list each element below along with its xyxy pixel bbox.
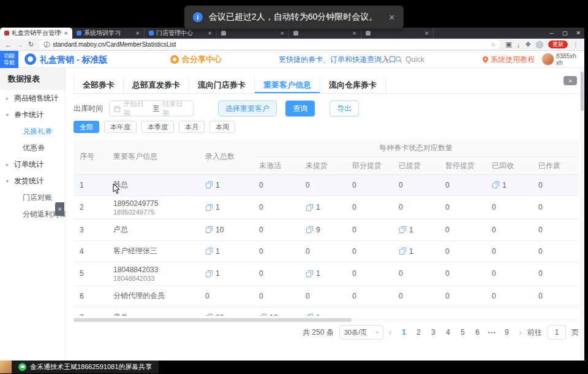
- table-row[interactable]: 5 1804884203318048842033 1 0100000: [74, 262, 579, 285]
- page-button[interactable]: 9: [500, 325, 513, 340]
- quick-filter-chip[interactable]: 全部: [74, 121, 99, 133]
- browser-tab[interactable]: 礼盒营销平台管理中心 ✕: [0, 28, 72, 39]
- quick-filter-chip[interactable]: 本周: [209, 121, 235, 133]
- card-link-icon[interactable]: [399, 226, 407, 234]
- card-link-icon[interactable]: [399, 247, 407, 255]
- page-button[interactable]: 6: [470, 325, 484, 340]
- table-row[interactable]: 1 韩总 1 0000010: [74, 174, 579, 196]
- panel-tab[interactable]: 流向门店券卡: [189, 77, 255, 93]
- sidepanel-icon[interactable]: ▣: [505, 40, 511, 48]
- sidebar-item[interactable]: 兑换礼券: [0, 123, 65, 140]
- back-icon[interactable]: ←: [5, 41, 12, 48]
- update-button[interactable]: 更新: [548, 40, 568, 48]
- page-ellipsis[interactable]: •••: [485, 325, 499, 340]
- card-link-icon[interactable]: [492, 181, 500, 189]
- page-button[interactable]: 2: [412, 325, 425, 340]
- card-link-icon[interactable]: [205, 270, 213, 278]
- tab-close-icon[interactable]: ✕: [135, 31, 140, 36]
- panel-tab[interactable]: 流向仓库券卡: [320, 77, 386, 93]
- customer-phone: 18048842033: [113, 275, 193, 282]
- search-button[interactable]: 查询: [285, 101, 315, 116]
- forward-icon[interactable]: →: [17, 41, 23, 48]
- page-button[interactable]: 3: [426, 325, 440, 340]
- card-link-icon[interactable]: [205, 247, 213, 255]
- toast-close-icon[interactable]: ✕: [388, 13, 395, 22]
- quick-filter-chip[interactable]: 本季度: [141, 121, 174, 133]
- select-customer-button[interactable]: 选择重要客户: [218, 101, 277, 116]
- sidebar-item[interactable]: ▸ 订单统计: [0, 156, 65, 173]
- sidebar-item-label: 门店对账: [23, 193, 52, 203]
- quick-filter-chip[interactable]: 本年度: [104, 121, 137, 133]
- page-button[interactable]: 1: [397, 325, 410, 340]
- table-row[interactable]: 3 卢总 10 0901000: [74, 219, 579, 240]
- site-info-icon[interactable]: ⓘ: [43, 40, 50, 49]
- tab-close-icon[interactable]: ✕: [352, 31, 356, 36]
- sidebar-item[interactable]: ▸ 商品销售统计: [0, 90, 65, 107]
- panel-tab[interactable]: 重要客户信息: [255, 77, 320, 93]
- quick-entry-hint[interactable]: 更快捷的券卡、订单和快递查询入口: [279, 51, 396, 68]
- tab-close-icon[interactable]: ✕: [208, 31, 212, 36]
- sidebar-item[interactable]: ▾ 券卡统计: [0, 107, 65, 123]
- quick-filter-chip[interactable]: 本月: [179, 121, 205, 133]
- browser-tab[interactable]: 门店管理中心 ✕: [145, 28, 217, 39]
- page-size-select[interactable]: 30条/页 ▾: [339, 325, 383, 340]
- reload-icon[interactable]: ↻: [28, 40, 34, 48]
- panel-tab[interactable]: 全部券卡: [74, 77, 124, 93]
- card-link-icon[interactable]: [306, 270, 314, 278]
- horizontal-scrollbar[interactable]: [74, 318, 579, 322]
- hscroll-thumb[interactable]: [74, 318, 352, 322]
- card-link-icon[interactable]: [205, 204, 213, 212]
- sidebar-collapse-handle[interactable]: ≡: [55, 202, 64, 216]
- card-link-icon[interactable]: [205, 226, 213, 234]
- cell-count: 0: [399, 269, 403, 278]
- date-range-input[interactable]: 开始日期 至 结束日期: [109, 101, 194, 116]
- table-row[interactable]: 4 客户经理张三 1 0001000: [74, 240, 579, 262]
- page-button[interactable]: 4: [441, 325, 454, 340]
- vscroll-thumb[interactable]: [581, 72, 584, 111]
- card-link-icon[interactable]: [259, 313, 267, 316]
- tab-close-icon[interactable]: ✕: [64, 31, 68, 36]
- card-link-icon[interactable]: [205, 181, 213, 189]
- vertical-scrollbar[interactable]: [580, 68, 584, 361]
- page-button[interactable]: 5: [456, 325, 469, 340]
- tutorial-link[interactable]: 系统使用教程: [483, 51, 535, 68]
- cell-count: 0: [259, 203, 263, 212]
- menu-dots-icon[interactable]: ⋮: [573, 41, 579, 48]
- browser-tab[interactable]: ✕: [217, 28, 289, 39]
- customer-name: 18950249775: [113, 199, 193, 208]
- browser-tab[interactable]: ✕: [361, 28, 434, 39]
- card-link-icon[interactable]: [306, 313, 314, 316]
- next-page-icon[interactable]: ›: [519, 327, 522, 337]
- tab-close-icon[interactable]: ✕: [424, 31, 429, 36]
- table-row[interactable]: 2 1895024977518950249775 1 0100000: [74, 196, 579, 219]
- extensions-icon[interactable]: ❖: [525, 40, 531, 48]
- sidebar-item[interactable]: 优惠券: [0, 140, 65, 156]
- share-center-link[interactable]: 合分享中心: [170, 51, 222, 68]
- browser-tab[interactable]: ✕: [289, 28, 361, 39]
- browser-tab[interactable]: 系统培训学习 ✕: [72, 28, 145, 39]
- card-link-icon[interactable]: [306, 226, 314, 234]
- user-avatar[interactable]: [541, 53, 554, 66]
- restore-icon[interactable]: ▢: [562, 30, 568, 36]
- bookmark-star-icon[interactable]: ☆: [491, 42, 496, 48]
- quick-search[interactable]: Quick: [395, 51, 424, 68]
- panel-tab[interactable]: 总部直发券卡: [124, 77, 189, 93]
- tab-close-icon[interactable]: ✕: [280, 31, 284, 36]
- status-column-header: 已作废: [532, 157, 579, 174]
- function-nav-toggle[interactable]: 功能导航: [0, 51, 18, 68]
- card-link-icon[interactable]: [205, 313, 213, 316]
- export-button[interactable]: 导出: [330, 101, 359, 116]
- minimize-icon[interactable]: ─: [550, 30, 554, 36]
- sidebar-item[interactable]: ▾ 发货统计: [0, 173, 65, 189]
- card-link-icon[interactable]: [306, 204, 314, 212]
- url-bar[interactable]: ⓘ standard.maboy.cn/CardMemberStatistics…: [39, 40, 500, 49]
- table-row[interactable]: 7 唐总 20 181: [74, 307, 579, 316]
- pin-icon: [483, 56, 488, 63]
- goto-page-input[interactable]: 1: [548, 325, 566, 340]
- profile-avatar[interactable]: [536, 41, 543, 48]
- cell-count: 0: [445, 292, 450, 300]
- close-icon[interactable]: ✕: [576, 30, 581, 36]
- table-row[interactable]: 6 分销代理的会员 0 0000000: [74, 285, 579, 307]
- prev-page-icon[interactable]: ‹: [389, 327, 392, 337]
- download-icon[interactable]: ↓: [517, 41, 521, 48]
